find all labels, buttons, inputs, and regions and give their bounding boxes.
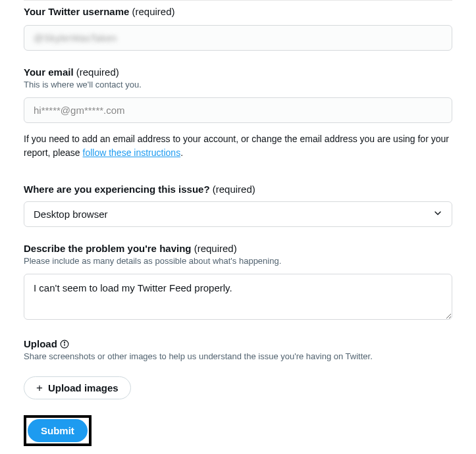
issue-location-field-group: Where are you experiencing this issue? (… [24, 184, 452, 227]
issue-location-label-text: Where are you experiencing this issue? [24, 184, 210, 195]
upload-label: Upload [24, 338, 57, 349]
support-form: Your Twitter username (required) @Skyler… [0, 0, 476, 454]
describe-label: Describe the problem you're having (requ… [24, 243, 452, 254]
submit-highlight-box: Submit [24, 415, 92, 446]
submit-button[interactable]: Submit [28, 419, 88, 442]
upload-helper: Share screenshots or other images to hel… [24, 351, 452, 363]
email-label: Your email (required) [24, 66, 452, 78]
upload-images-button[interactable]: + Upload images [24, 376, 131, 399]
issue-location-select-wrapper: Desktop browser [24, 201, 452, 227]
plus-icon: + [36, 382, 43, 393]
email-note: If you need to add an email address to y… [24, 132, 452, 160]
describe-required: (required) [194, 243, 237, 254]
describe-label-text: Describe the problem you're having [24, 243, 191, 254]
email-helper: This is where we'll contact you. [24, 79, 452, 91]
issue-location-label: Where are you experiencing this issue? (… [24, 184, 452, 195]
describe-textarea[interactable] [24, 274, 452, 320]
svg-point-2 [64, 341, 65, 342]
describe-field-group: Describe the problem you're having (requ… [24, 243, 452, 322]
upload-button-label: Upload images [48, 382, 119, 393]
submit-button-label: Submit [41, 425, 74, 436]
describe-helper: Please include as many details as possib… [24, 255, 452, 267]
email-required: (required) [76, 66, 119, 78]
username-input[interactable]: @SkylerWasTaken [24, 25, 452, 51]
username-value: @SkylerWasTaken [34, 32, 117, 43]
upload-field-group: Upload Share screenshots or other images… [24, 338, 452, 399]
email-instructions-link[interactable]: follow these instructions [83, 147, 181, 158]
info-icon[interactable] [60, 340, 69, 349]
issue-location-select[interactable]: Desktop browser [24, 201, 452, 227]
divider [24, 0, 452, 1]
email-field-group: Your email (required) This is where we'l… [24, 66, 452, 160]
username-field-group: Your Twitter username (required) @Skyler… [24, 6, 452, 51]
email-note-suffix: . [180, 147, 183, 158]
username-label-text: Your Twitter username [24, 6, 129, 17]
issue-location-required: (required) [213, 184, 255, 195]
email-input[interactable] [24, 97, 452, 123]
upload-label-row: Upload [24, 338, 452, 349]
username-required: (required) [132, 6, 174, 17]
email-label-text: Your email [24, 66, 74, 78]
username-label: Your Twitter username (required) [24, 6, 452, 17]
